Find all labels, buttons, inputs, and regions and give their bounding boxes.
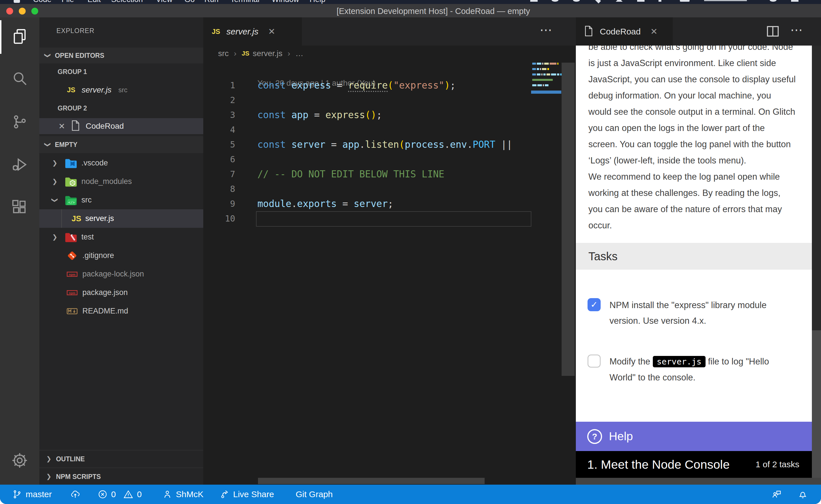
menubar-status-icon[interactable] bbox=[637, 0, 645, 2]
menubar-status-icon[interactable] bbox=[594, 0, 601, 3]
menu-terminal[interactable]: Terminal bbox=[230, 0, 260, 4]
outline-section-header[interactable]: ❯ OUTLINE bbox=[39, 450, 203, 468]
npm-scripts-section-header[interactable]: ❯ NPM SCRIPTS bbox=[39, 468, 203, 485]
tab-serverjs[interactable]: JS server.js ✕ bbox=[203, 17, 302, 46]
menu-edit[interactable]: Edit bbox=[87, 0, 101, 4]
code-line-7[interactable]: 7// -- DO NOT EDIT BELOW THIS LINE bbox=[203, 167, 534, 182]
chevron-down-icon: ❯ bbox=[51, 197, 58, 202]
open-editor-serverjs[interactable]: JS server.js src bbox=[39, 83, 203, 97]
code-line-9[interactable]: 9module.exports = server; bbox=[203, 196, 534, 211]
tree-item-server-js[interactable]: JSserver.js bbox=[39, 209, 203, 228]
status-item-feedback-icon[interactable] bbox=[771, 489, 782, 499]
code-line-6[interactable]: 6 bbox=[203, 152, 534, 167]
menubar-clock[interactable] bbox=[704, 0, 747, 1]
tree-item-label: .gitignore bbox=[82, 251, 114, 260]
code-line-3[interactable]: 3const app = express(); bbox=[203, 108, 534, 122]
status-item-master[interactable]: master bbox=[12, 489, 52, 499]
tree-item-label: node_modules bbox=[81, 177, 132, 186]
folder-section-header[interactable]: ❯ EMPTY bbox=[39, 136, 203, 153]
tree-item-package-lock-json[interactable]: npmpackage-lock.json bbox=[39, 265, 203, 283]
folder-node-icon: JS bbox=[65, 176, 77, 187]
menubar-battery-icon[interactable] bbox=[680, 0, 690, 2]
line-number: 10 bbox=[215, 211, 235, 226]
menubar-status-icon[interactable] bbox=[616, 0, 623, 2]
lesson-footer[interactable]: 1. Meet the Node Console 1 of 2 tasks bbox=[576, 451, 812, 478]
close-window-button[interactable] bbox=[6, 8, 13, 15]
minimize-window-button[interactable] bbox=[19, 8, 26, 15]
explorer-icon[interactable] bbox=[0, 19, 39, 54]
settings-gear-icon[interactable] bbox=[0, 443, 39, 478]
menu-file[interactable]: File bbox=[62, 0, 74, 4]
chevron-right-icon: › bbox=[288, 49, 290, 58]
task2-checkbox[interactable] bbox=[587, 355, 600, 368]
breadcrumb-item[interactable]: src bbox=[218, 49, 229, 58]
tree-item-src[interactable]: ❯</>src bbox=[39, 191, 203, 209]
tutorial-text: be able to check what’s going on in your… bbox=[588, 46, 796, 233]
run-debug-icon[interactable] bbox=[0, 147, 39, 182]
menu-go[interactable]: Go bbox=[184, 0, 195, 4]
menubar-status-icon[interactable] bbox=[573, 0, 580, 2]
tab-coderoad[interactable]: CodeRoad ✕ bbox=[576, 17, 673, 46]
help-bar[interactable]: ? Help bbox=[576, 422, 812, 451]
code-line-1[interactable]: 1const express = require("express"); bbox=[203, 78, 534, 93]
breadcrumb-item[interactable]: … bbox=[295, 49, 303, 58]
close-icon[interactable]: ✕ bbox=[650, 26, 658, 36]
status-item-bell-icon[interactable] bbox=[798, 489, 808, 499]
svg-text:npm: npm bbox=[69, 273, 75, 276]
source-control-icon[interactable] bbox=[0, 105, 39, 139]
code-line-2[interactable]: 2 bbox=[203, 93, 534, 108]
menu-run[interactable]: Run bbox=[204, 0, 219, 4]
vscode-window: CodeFileEditSelectionViewGoRunTerminalWi… bbox=[0, 0, 821, 504]
code-line-5[interactable]: 5const server = app.listen(process.env.P… bbox=[203, 137, 534, 152]
minimap-line bbox=[532, 84, 548, 86]
close-icon[interactable]: ✕ bbox=[58, 122, 65, 131]
editor-horizontal-scrollbar[interactable] bbox=[258, 478, 485, 484]
window-titlebar[interactable]: [Extension Development Host] - CodeRoad … bbox=[0, 4, 821, 18]
menu-selection[interactable]: Selection bbox=[111, 0, 143, 4]
breadcrumb[interactable]: src › JS server.js › … bbox=[203, 46, 576, 61]
split-editor-icon[interactable] bbox=[766, 24, 780, 40]
status-item-0[interactable]: 0 bbox=[97, 489, 116, 499]
menu-help[interactable]: Help bbox=[310, 0, 326, 4]
status-item-cloud-upload[interactable] bbox=[70, 489, 80, 499]
zoom-window-button[interactable] bbox=[31, 8, 38, 15]
tree-item-package-json[interactable]: npmpackage.json bbox=[39, 283, 203, 302]
menubar-status-icon[interactable] bbox=[770, 0, 777, 2]
status-item-live-share[interactable]: Live Share bbox=[220, 489, 274, 499]
webview-scrollbar-thumb[interactable] bbox=[812, 330, 821, 478]
tutorial-text-line: you can open the logs in the lower part … bbox=[588, 120, 796, 136]
menubar-status-icon[interactable] bbox=[551, 0, 558, 2]
breadcrumb-item[interactable]: server.js bbox=[253, 49, 283, 58]
tree-item-readme-md[interactable]: README.md bbox=[39, 302, 203, 320]
menubar-status-icon[interactable] bbox=[791, 0, 798, 2]
line-number: 9 bbox=[215, 196, 235, 211]
status-item-shmck[interactable]: ShMcK bbox=[162, 489, 203, 499]
tree-item-node-modules[interactable]: ❯JSnode_modules bbox=[39, 172, 203, 191]
open-editors-header[interactable]: ❯ OPEN EDITORS bbox=[39, 48, 203, 63]
editor-more-actions-icon[interactable]: ⋯ bbox=[540, 22, 553, 37]
menu-code[interactable]: Code bbox=[33, 0, 52, 4]
close-icon[interactable]: ✕ bbox=[268, 26, 275, 36]
search-icon[interactable] bbox=[0, 61, 39, 95]
tree-item--vscode[interactable]: ❯.vscode bbox=[39, 154, 203, 172]
tree-item--gitignore[interactable]: .gitignore bbox=[39, 246, 203, 265]
tutorial-text-line: We recommend to keep the log panel open … bbox=[588, 169, 796, 185]
code-line-4[interactable]: 4 bbox=[203, 122, 534, 137]
tree-item-test[interactable]: ❯test bbox=[39, 228, 203, 246]
open-editor-coderoad[interactable]: ✕ CodeRoad bbox=[39, 118, 203, 134]
tab-label: CodeRoad bbox=[600, 27, 641, 36]
menubar-status-icon[interactable] bbox=[659, 0, 661, 2]
menu-window[interactable]: Window bbox=[272, 0, 299, 4]
panel-more-actions-icon[interactable]: ⋯ bbox=[790, 22, 804, 37]
code-line-8[interactable]: 8 bbox=[203, 182, 534, 196]
editor-vertical-scrollbar[interactable] bbox=[561, 63, 575, 376]
webview-scrollbar-track[interactable] bbox=[812, 46, 821, 478]
apple-menu-icon[interactable] bbox=[14, 0, 20, 3]
status-item-git-graph[interactable]: Git Graph bbox=[296, 489, 333, 499]
tutorial-text-line: occur. bbox=[588, 217, 796, 233]
extensions-icon[interactable] bbox=[0, 190, 39, 224]
menubar-status-icon[interactable] bbox=[530, 0, 538, 2]
menu-view[interactable]: View bbox=[156, 0, 172, 4]
task1-checkbox[interactable]: ✓ bbox=[587, 298, 600, 311]
status-item-0[interactable]: 0 bbox=[123, 489, 142, 499]
